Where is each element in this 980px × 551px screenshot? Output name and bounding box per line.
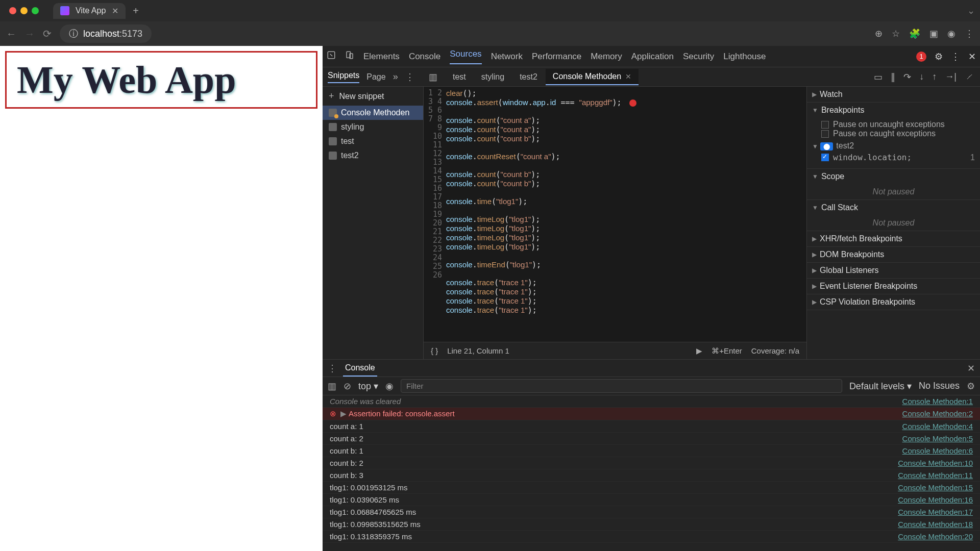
console-filter-input[interactable]: Filter: [401, 379, 842, 393]
snippet-item[interactable]: test2: [323, 148, 423, 163]
close-devtools-icon[interactable]: ✕: [968, 51, 976, 62]
devtools-tab-lighthouse[interactable]: Lighthouse: [723, 52, 766, 62]
dropdown-icon[interactable]: ⌄: [967, 5, 975, 16]
kebab-icon[interactable]: ⋮: [405, 71, 414, 83]
deactivate-breakpoints-icon[interactable]: ⟋: [965, 71, 974, 83]
console-row[interactable]: count b: 1Console Methoden:6: [323, 445, 980, 457]
file-tab[interactable]: test2: [512, 69, 545, 85]
step-icon[interactable]: →|: [945, 71, 957, 83]
sidebar-toggle-icon[interactable]: ▥: [328, 381, 336, 392]
dom-breakpoints-section[interactable]: ▶DOM Breakpoints: [807, 247, 980, 262]
pause-icon[interactable]: ‖: [891, 71, 895, 83]
source-link[interactable]: Console Methoden:15: [898, 483, 973, 492]
snippet-item[interactable]: Console Methoden: [323, 106, 423, 120]
new-snippet-button[interactable]: + New snippet: [323, 87, 423, 106]
maximize-window-button[interactable]: [32, 7, 39, 14]
more-icon[interactable]: ⋮: [951, 51, 960, 62]
code-editor[interactable]: 1 2 3 4 5 6 7 8 9 10 11 12 13 14 15 16 1…: [424, 87, 806, 342]
console-settings-icon[interactable]: ⚙: [967, 381, 975, 392]
device-icon[interactable]: [345, 51, 354, 62]
source-link[interactable]: Console Methoden:11: [898, 471, 973, 480]
run-snippet-icon[interactable]: ▶: [696, 346, 702, 356]
source-link[interactable]: Console Methoden:2: [902, 409, 973, 418]
context-selector[interactable]: top ▾: [358, 381, 378, 392]
close-tab-icon[interactable]: ✕: [112, 6, 118, 16]
step-over-icon[interactable]: ↷: [903, 71, 911, 83]
new-tab-button[interactable]: +: [133, 5, 139, 17]
event-listener-breakpoints-section[interactable]: ▶Event Listener Breakpoints: [807, 279, 980, 294]
console-row[interactable]: ⊗▶Assertion failed: console.assertConsol…: [323, 408, 980, 420]
console-row[interactable]: count b: 3Console Methoden:11: [323, 469, 980, 482]
inspect-icon[interactable]: [327, 51, 336, 62]
clear-console-icon[interactable]: ⊘: [344, 381, 351, 392]
file-tab[interactable]: Console Methoden✕: [546, 69, 639, 85]
source-link[interactable]: Console Methoden:17: [898, 508, 973, 516]
console-row[interactable]: tlog1: 0.001953125 msConsole Methoden:15: [323, 482, 980, 494]
live-expression-icon[interactable]: ◉: [385, 381, 394, 392]
search-icon[interactable]: ⊕: [875, 28, 883, 39]
close-window-button[interactable]: [9, 7, 16, 14]
snippet-item[interactable]: test: [323, 134, 423, 148]
error-count-badge[interactable]: 1: [916, 52, 926, 62]
devtools-tab-security[interactable]: Security: [683, 52, 714, 62]
log-levels-selector[interactable]: Default levels ▾: [849, 381, 912, 392]
snippets-tab[interactable]: Snippets: [328, 71, 359, 83]
devtools-tab-performance[interactable]: Performance: [532, 52, 581, 62]
devtools-tab-elements[interactable]: Elements: [363, 52, 400, 62]
extensions-icon[interactable]: 🧩: [909, 28, 920, 39]
csp-breakpoints-section[interactable]: ▶CSP Violation Breakpoints: [807, 294, 980, 310]
site-info-icon[interactable]: ⓘ: [69, 28, 78, 40]
source-link[interactable]: Console Methoden:18: [898, 520, 973, 529]
scope-section[interactable]: ▼Scope: [807, 169, 980, 184]
devtools-tab-console[interactable]: Console: [409, 52, 440, 62]
source-link[interactable]: Console Methoden:20: [898, 532, 973, 541]
toggle-nav-icon[interactable]: ▥: [425, 71, 442, 83]
devtools-tab-application[interactable]: Application: [631, 52, 674, 62]
devtools-tab-sources[interactable]: Sources: [450, 49, 481, 64]
pause-caught-checkbox[interactable]: Pause on caught exceptions: [821, 129, 975, 138]
browser-tab[interactable]: Vite App ✕: [53, 3, 126, 19]
console-row[interactable]: tlog1: 0.06884765625 msConsole Methoden:…: [323, 506, 980, 518]
console-row[interactable]: count b: 2Console Methoden:10: [323, 457, 980, 469]
minimize-window-button[interactable]: [20, 7, 28, 14]
console-row[interactable]: tlog1: 0.099853515625 msConsole Methoden…: [323, 518, 980, 531]
file-tab[interactable]: test: [446, 69, 473, 85]
console-drawer-tab[interactable]: Console: [343, 360, 377, 377]
source-link[interactable]: Console Methoden:1: [902, 397, 973, 406]
pretty-print-icon[interactable]: { }: [431, 346, 438, 355]
drawer-menu-icon[interactable]: ⋮: [328, 363, 337, 374]
close-drawer-icon[interactable]: ✕: [967, 363, 975, 374]
page-tab[interactable]: Page: [366, 72, 385, 82]
breakpoint-group[interactable]: ▼ ⬤test2: [812, 141, 975, 151]
console-row[interactable]: count a: 2Console Methoden:5: [323, 433, 980, 445]
step-out-icon[interactable]: ↑: [932, 71, 937, 83]
console-row[interactable]: count a: 1Console Methoden:4: [323, 420, 980, 433]
code-content[interactable]: clear(); console.assert(window.app.id ==…: [446, 87, 806, 342]
snippet-item[interactable]: styling: [323, 120, 423, 134]
step-into-icon[interactable]: ↓: [919, 71, 924, 83]
breakpoints-section[interactable]: ▼Breakpoints: [807, 103, 980, 118]
file-tab[interactable]: styling: [474, 69, 511, 85]
settings-icon[interactable]: ⚙: [935, 51, 943, 62]
pause-uncaught-checkbox[interactable]: Pause on uncaught exceptions: [821, 120, 975, 129]
devtools-tab-memory[interactable]: Memory: [591, 52, 622, 62]
console-row[interactable]: tlog1: 0.1318359375 msConsole Methoden:2…: [323, 531, 980, 543]
source-link[interactable]: Console Methoden:4: [902, 422, 973, 431]
menu-icon[interactable]: ⋮: [965, 28, 974, 39]
profile-icon[interactable]: ◉: [947, 28, 955, 39]
bookmark-icon[interactable]: ☆: [892, 28, 900, 39]
reload-icon[interactable]: ⟳: [43, 28, 52, 40]
forward-icon[interactable]: →: [24, 28, 35, 40]
watch-section[interactable]: ▶Watch: [807, 87, 980, 102]
back-icon[interactable]: ←: [6, 28, 16, 40]
more-tabs-icon[interactable]: »: [393, 71, 398, 82]
source-link[interactable]: Console Methoden:10: [898, 459, 973, 467]
source-link[interactable]: Console Methoden:6: [902, 446, 973, 455]
devtools-tab-network[interactable]: Network: [491, 52, 523, 62]
global-listeners-section[interactable]: ▶Global Listeners: [807, 263, 980, 278]
url-input[interactable]: ⓘ localhost:5173: [60, 24, 152, 43]
console-row[interactable]: tlog1: 0.0390625 msConsole Methoden:16: [323, 494, 980, 506]
breakpoint-item[interactable]: window.location;1: [821, 151, 975, 164]
callstack-section[interactable]: ▼Call Stack: [807, 200, 980, 215]
close-file-icon[interactable]: ✕: [625, 72, 631, 81]
